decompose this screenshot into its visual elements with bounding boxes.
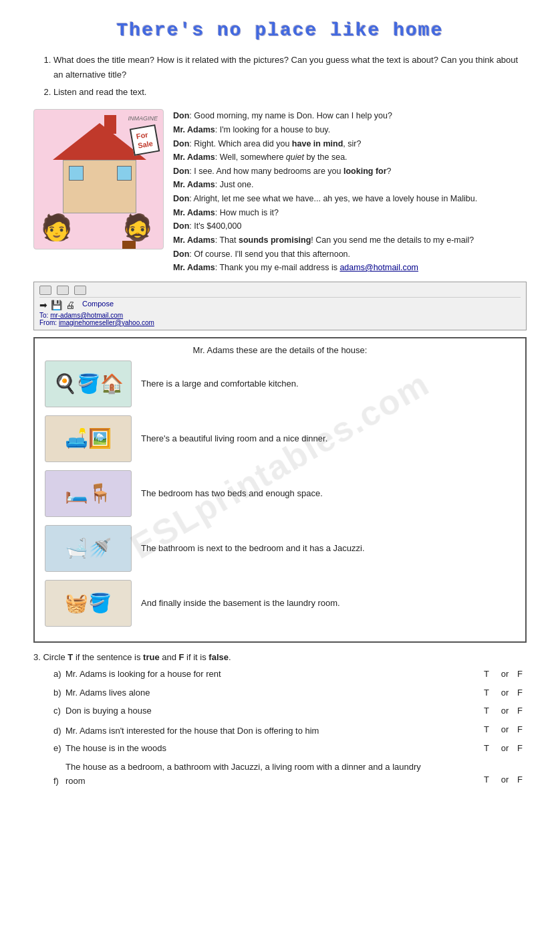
tf-item-f: f) The house as a bedroom, a bathroom wi… [53,760,527,789]
living-icon: 🛋️🖼️ [65,427,112,449]
tf-text-a: Mr. Adams is looking for a house for ren… [65,667,446,682]
tf-T-e: T [476,742,497,756]
tf-label-a: a) [53,667,65,682]
tf-options-c: T or F [446,704,527,720]
tf-options-b: T or F [446,686,527,702]
tf-or-f: or [497,773,513,787]
kitchen-image: 🍳🪣🏠 [45,360,132,407]
instructions-list: What does the title mean? How is it rela… [53,53,527,100]
email-link[interactable]: adams@hotmail.com [339,263,418,272]
speaker-don-6: Don [173,249,189,259]
toolbar-print[interactable]: 🖨 [65,300,75,310]
speaker-don-2: Don [173,139,189,148]
tf-options-e: T or F [446,742,527,757]
tf-item-d: d) Mr. Adams isn't interested for the ho… [53,723,527,738]
bold-promising: sounds promising [239,235,311,245]
tf-T-d: T [476,723,497,737]
section3-intro: Circle [43,652,67,662]
section3-false-word: false [208,652,229,662]
tf-text-c: Don is buying a house [65,704,446,718]
room-row-bathroom: 🛁🚿 The bathroom is next to the bedroom a… [45,525,515,572]
tf-F-a: F [513,667,527,682]
living-text: There's a beautiful living room and a ni… [141,432,327,445]
tf-F-e: F [513,742,527,756]
tf-options-d: T or F [446,723,527,738]
bathroom-icon: 🛁🚿 [65,537,112,559]
living-image: 🛋️🖼️ [45,415,132,462]
speaker-adams-3: Mr. Adams [173,180,215,189]
tf-F-d: F [513,723,527,737]
email-from-label: From: [39,319,57,326]
tf-T-a: T [476,667,497,682]
section3-if-true: if the sentence is [73,652,143,662]
email-toolbar: ➡ 💾 🖨 Compose [39,297,521,310]
basement-text: And finally inside the basement is the l… [141,597,340,610]
tf-text-e: The house is in the woods [65,742,446,756]
section3-title: 3. Circle T if the sentence is true and … [33,652,527,662]
nav-btn-1[interactable] [39,286,51,295]
email-bar-top [39,286,521,295]
nav-btn-3[interactable] [74,286,86,295]
section3-true-word: true [143,652,160,662]
person-left: 🧑 [41,213,72,242]
toolbar-arrow[interactable]: ➡ [39,300,47,310]
speaker-don-5: Don [173,221,189,231]
section3-if-false: if it is [184,652,208,662]
house-body [63,160,136,213]
tf-or-c: or [497,704,513,718]
bathroom-text: The bathroom is next to the bedroom and … [141,542,365,555]
tf-F-c: F [513,704,527,718]
instruction-item-1: What does the title mean? How is it rela… [53,53,527,82]
tf-options-f: T or F [446,773,527,789]
tf-item-b: b) Mr. Adams lives alone T or F [53,686,527,702]
tf-text-b: Mr. Adams lives alone [65,686,446,700]
section3-end: . [229,652,231,662]
tf-label-f: f) [53,775,65,789]
nav-btn-2[interactable] [57,286,69,295]
bedroom-icon: 🛏️🪑 [65,482,112,504]
room-row-kitchen: 🍳🪣🏠 There is a large and comfortable kit… [45,360,515,407]
tf-label-c: c) [53,704,65,718]
person-right: 🧔 [122,213,153,242]
tf-item-c: c) Don is buying a house T or F [53,704,527,720]
email-bar: ➡ 💾 🖨 Compose To: mr-adams@hotmail.com F… [33,282,527,330]
tf-or-d: or [497,723,513,737]
speaker-adams-6: Mr. Adams [173,263,215,272]
tf-text-f: The house as a bedroom, a bathroom with … [65,760,446,789]
speaker-don-1: Don [173,111,189,120]
kitchen-icon: 🍳🪣🏠 [53,373,124,395]
bathroom-image: 🛁🚿 [45,525,132,572]
tf-item-e: e) The house is in the woods T or F [53,742,527,757]
email-from-address[interactable]: imaginehomeseller@yahoo.com [59,319,154,326]
window-left [69,166,84,181]
speaker-adams-2: Mr. Adams [173,152,215,162]
section3-and: and [160,652,179,662]
instruction-item-2: Listen and read the text. [53,85,527,100]
tf-or-e: or [497,742,513,756]
tf-T-b: T [476,686,497,700]
tf-or-b: or [497,686,513,700]
toolbar-compose[interactable]: Compose [82,300,114,310]
speaker-don-4: Don [173,194,189,203]
window-right [117,166,132,181]
tf-T-c: T [476,704,497,718]
room-row-basement: 🧺🪣 And finally inside the basement is th… [45,580,515,627]
email-to-label: To: [39,312,48,319]
kitchen-text: There is a large and comfortable kitchen… [141,377,299,391]
bold-looking: looking for [343,167,387,176]
tf-label-b: b) [53,686,65,700]
tf-text-d: Mr. Adams isn't interested for the house… [65,724,446,738]
details-box: Mr. Adams these are the details of the h… [33,337,527,643]
email-to-line: To: mr-adams@hotmail.com [39,312,521,319]
toolbar-save[interactable]: 💾 [51,300,62,310]
section3: 3. Circle T if the sentence is true and … [33,652,527,789]
basement-icon: 🧺🪣 [65,592,112,614]
bedroom-image: 🛏️🪑 [45,470,132,517]
tf-or-a: or [497,667,513,682]
email-to-address[interactable]: mr-adams@hotmail.com [50,312,123,319]
speaker-adams-1: Mr. Adams [173,125,215,134]
dialogue-text: Don: Good morning, my name is Don. How c… [173,109,527,275]
tf-T-f: T [476,773,497,787]
tf-F-b: F [513,686,527,700]
tf-list: a) Mr. Adams is looking for a house for … [53,667,527,789]
